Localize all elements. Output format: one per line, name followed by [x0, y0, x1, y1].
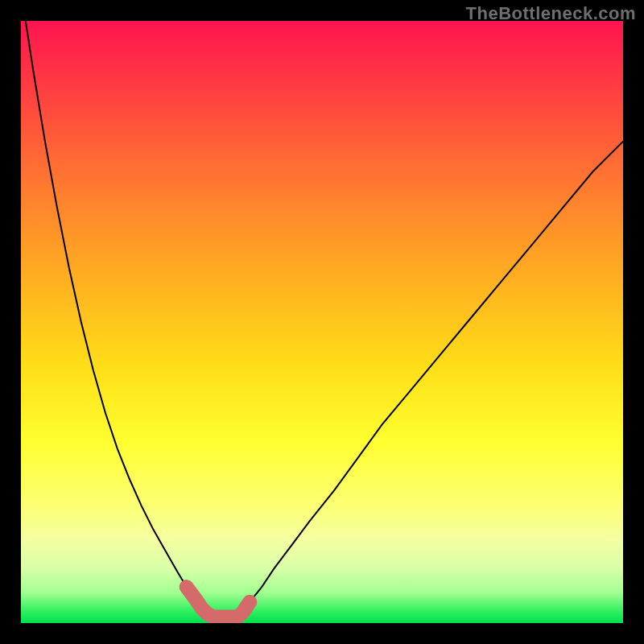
curve-right-branch [237, 142, 623, 617]
curve-left-branch [21, 21, 213, 617]
outer-frame: TheBottleneck.com [0, 0, 644, 644]
chart-svg [21, 21, 623, 623]
plot-area [21, 21, 623, 623]
marker-overlay [187, 587, 250, 617]
watermark-text: TheBottleneck.com [466, 3, 636, 24]
